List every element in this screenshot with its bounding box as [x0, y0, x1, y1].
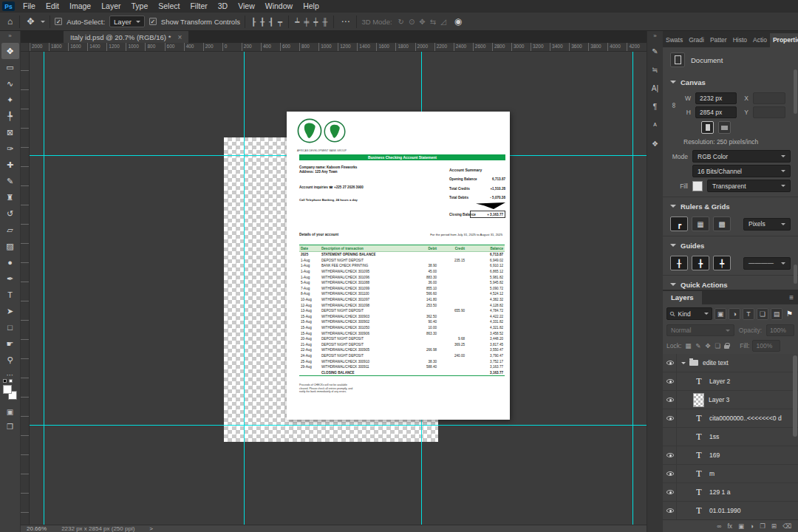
- default-colors-icon[interactable]: [3, 379, 7, 383]
- layers-tab[interactable]: Layers: [663, 291, 702, 304]
- guide-horizontal[interactable]: [30, 425, 647, 426]
- layer-filter-button[interactable]: ◑: [729, 308, 740, 320]
- tool-button[interactable]: ✚: [1, 157, 19, 173]
- layer-name[interactable]: 1ss: [709, 433, 719, 440]
- menu-item[interactable]: Filter: [185, 0, 212, 13]
- tool-button[interactable]: ⚲: [1, 352, 19, 368]
- layer-filter-button[interactable]: ❏: [757, 308, 768, 320]
- layer-row[interactable]: T 1ss: [663, 428, 798, 446]
- visibility-toggle[interactable]: [664, 372, 677, 390]
- visibility-toggle[interactable]: [664, 483, 677, 501]
- layer-thumbnail[interactable]: T: [693, 450, 705, 461]
- menu-item[interactable]: 3D: [213, 0, 233, 13]
- layer-thumbnail[interactable]: T: [693, 468, 705, 480]
- menu-item[interactable]: Layer: [96, 0, 126, 13]
- link-dimensions-icon[interactable]: ∞: [670, 103, 678, 108]
- chevron-down-icon[interactable]: [41, 21, 45, 25]
- layer-name[interactable]: Layer 2: [709, 378, 730, 385]
- layers-action-icon[interactable]: ▣: [738, 522, 744, 530]
- guide-toggle-button[interactable]: ╊: [692, 256, 709, 270]
- collapsed-panel-icon[interactable]: ✎: [652, 47, 658, 55]
- layer-name[interactable]: Layer 3: [709, 396, 729, 403]
- move-tool-icon[interactable]: ✥: [24, 16, 36, 27]
- guide-vertical[interactable]: [44, 52, 44, 525]
- landscape-orientation-button[interactable]: [718, 121, 731, 134]
- layer-thumbnail[interactable]: T: [693, 376, 705, 387]
- color-swatches[interactable]: [3, 385, 18, 401]
- layer-thumbnail[interactable]: [693, 393, 704, 407]
- tool-button[interactable]: ▱: [1, 222, 19, 238]
- ruler-grid-toggle-button[interactable]: ▦: [692, 216, 709, 231]
- layer-row[interactable]: Layer 3: [663, 391, 798, 409]
- layer-row[interactable]: T 129 1 a: [663, 483, 798, 502]
- guide-line-style-select[interactable]: ————: [743, 257, 791, 270]
- properties-scrollbar-bottom[interactable]: [794, 265, 797, 284]
- collapsed-panel-icon[interactable]: ᴬ: [653, 121, 657, 129]
- filter-kind-select[interactable]: ⚲ Kind: [666, 307, 712, 320]
- distribute-icon[interactable]: ╪: [302, 18, 310, 26]
- visibility-toggle[interactable]: [664, 502, 677, 519]
- guide-toggle-button[interactable]: ╂: [670, 256, 688, 270]
- panel-tab[interactable]: Properties: [770, 33, 798, 47]
- tool-button[interactable]: ✎: [1, 173, 19, 189]
- layer-name[interactable]: 01.01.1990: [709, 507, 741, 514]
- panel-tab[interactable]: Gradi: [686, 33, 707, 47]
- tool-button[interactable]: ▨: [1, 238, 19, 254]
- tool-button[interactable]: ☛: [1, 335, 19, 352]
- tool-button[interactable]: □: [1, 319, 19, 335]
- vertical-ruler[interactable]: [21, 52, 30, 525]
- distribute-icon[interactable]: ┿: [312, 18, 319, 26]
- layer-name[interactable]: m: [709, 470, 715, 477]
- layer-name[interactable]: 169: [709, 451, 720, 459]
- menu-item[interactable]: File: [18, 0, 41, 13]
- home-icon[interactable]: ⌂: [5, 16, 15, 27]
- layer-filter-button[interactable]: ▣: [715, 308, 726, 320]
- layer-thumbnail[interactable]: T: [693, 432, 705, 443]
- document-page[interactable]: AFRICAN DEVELOPMENT BANK GROUP Business …: [287, 112, 510, 420]
- camera-icon[interactable]: ◉: [452, 16, 464, 27]
- tool-button[interactable]: ●: [1, 254, 19, 270]
- panel-menu-icon[interactable]: ≡: [785, 293, 798, 304]
- expand-panels-icon[interactable]: »: [653, 33, 656, 39]
- align-icon[interactable]: ┯: [276, 18, 284, 26]
- canvas-area[interactable]: 2000180016001400120010008006004002000200…: [21, 43, 647, 525]
- photoshop-logo-icon[interactable]: Ps: [2, 1, 15, 11]
- lock-all-icon[interactable]: [724, 345, 729, 349]
- visibility-toggle[interactable]: [664, 465, 677, 482]
- panel-tab[interactable]: Swats: [663, 33, 686, 47]
- bit-depth-select[interactable]: 16 Bits/Channel: [692, 165, 791, 177]
- tool-button[interactable]: ⊠: [1, 124, 19, 140]
- visibility-toggle[interactable]: [664, 446, 677, 464]
- lock-option-icon[interactable]: ✥: [704, 342, 711, 349]
- rulers-grids-section-header[interactable]: Rulers & Grids: [670, 197, 791, 214]
- auto-select-target-dropdown[interactable]: Layer: [109, 16, 145, 27]
- layer-thumbnail[interactable]: [681, 360, 698, 366]
- visibility-toggle[interactable]: [664, 391, 677, 409]
- properties-scrollbar[interactable]: [794, 69, 797, 114]
- layers-scrollbar[interactable]: [793, 355, 797, 437]
- tool-button[interactable]: ↺: [1, 205, 19, 222]
- tool-button[interactable]: ∿: [1, 75, 19, 92]
- ruler-grid-toggle-button[interactable]: ┏: [670, 216, 688, 231]
- edit-toolbar-icon[interactable]: ⋯: [7, 371, 14, 379]
- zoom-level-field[interactable]: 20.66%: [27, 525, 47, 532]
- menu-item[interactable]: Window: [260, 0, 298, 13]
- layer-row[interactable]: edite text: [663, 354, 798, 372]
- layer-row[interactable]: T 169: [663, 446, 798, 465]
- visibility-toggle[interactable]: [664, 354, 677, 372]
- document-tab[interactable]: Italy id.psd @ 20.7% (RGB/16) * ×: [64, 31, 188, 43]
- group-expand-icon[interactable]: [681, 362, 686, 366]
- layer-name[interactable]: 129 1 a: [709, 488, 730, 496]
- quick-actions-section-header[interactable]: Quick Actions: [670, 276, 791, 290]
- close-icon[interactable]: ×: [177, 33, 182, 41]
- tool-button[interactable]: ✥: [1, 43, 19, 59]
- fill-swatch[interactable]: [692, 181, 703, 191]
- tool-button[interactable]: ♜: [1, 189, 19, 205]
- distribute-icon[interactable]: ╫: [321, 18, 329, 26]
- document-type-icon[interactable]: [670, 52, 685, 67]
- tool-button[interactable]: ➤: [1, 303, 19, 319]
- layer-thumbnail[interactable]: T: [693, 413, 705, 424]
- layer-row[interactable]: T m: [663, 465, 798, 483]
- align-icon[interactable]: ╂: [259, 18, 266, 26]
- tool-button[interactable]: ╄: [1, 108, 19, 124]
